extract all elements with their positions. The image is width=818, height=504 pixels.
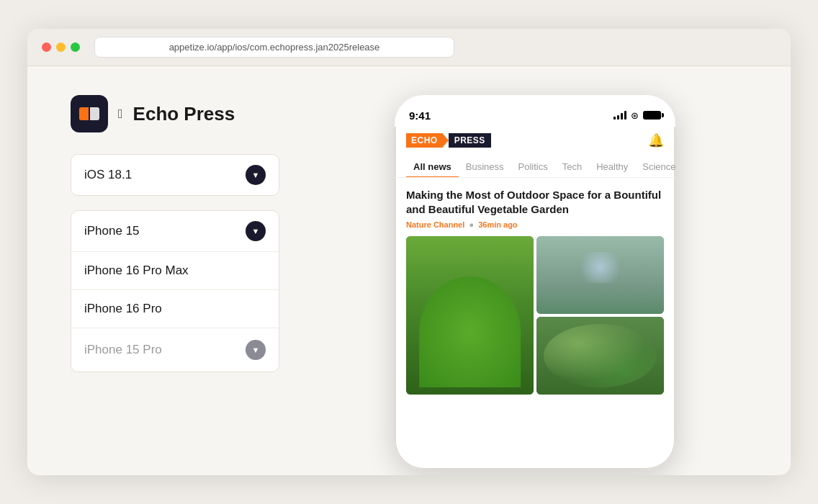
tab-healthy[interactable]: Healthy: [589, 157, 635, 177]
tab-science[interactable]: Science: [635, 157, 675, 177]
ios-selector[interactable]: iOS 18.1 ▼: [71, 154, 279, 196]
article-channel: Nature Channel: [406, 220, 464, 229]
phone-content: ECHO PRESS 🔔 All news Business Politics …: [395, 127, 675, 469]
app-icon-right-half: [90, 107, 99, 120]
app-name-label: Echo Press: [133, 103, 235, 125]
status-icons: ⊛: [614, 110, 661, 121]
dropdown-item-1[interactable]: iPhone 16 Pro: [71, 290, 279, 328]
article-image-main: [406, 236, 534, 395]
news-content: Making the Most of Outdoor Space for a B…: [395, 178, 675, 469]
logo-divider: [443, 134, 449, 147]
device-dropdown: iPhone 15 ▼ iPhone 16 Pro Max iPhone 16 …: [71, 210, 279, 372]
signal-bar-3: [621, 113, 623, 120]
app-icon-left-half: [79, 107, 89, 120]
device-chevron-icon: ▼: [246, 221, 266, 241]
tab-politics[interactable]: Politics: [511, 157, 555, 177]
traffic-lights: [42, 42, 80, 52]
status-time: 9:41: [409, 109, 431, 122]
garden-green-visual: [536, 317, 664, 395]
nav-tabs: All news Business Politics Tech Healthy …: [395, 154, 675, 178]
garden-watering-visual: [536, 236, 664, 314]
traffic-light-red[interactable]: [42, 42, 51, 52]
device-selected-label: iPhone 15: [84, 224, 140, 238]
tab-all-news[interactable]: All news: [406, 157, 459, 178]
device-selected-row[interactable]: iPhone 15 ▼: [71, 211, 279, 252]
logo-press: PRESS: [449, 133, 491, 148]
app-top-bar: ECHO PRESS 🔔: [395, 127, 675, 154]
browser-toolbar: appetize.io/app/ios/com.echopress.jan202…: [27, 29, 791, 66]
signal-bar-1: [614, 117, 616, 120]
tab-business[interactable]: Business: [459, 157, 511, 177]
garden-plants-visual: [419, 276, 521, 387]
signal-bars-icon: [614, 111, 626, 120]
ios-chevron-icon: ▼: [246, 165, 266, 185]
traffic-light-yellow[interactable]: [56, 42, 66, 52]
browser-content:  Echo Press iOS 18.1 ▼ iPhone 15 ▼ iPho…: [27, 66, 791, 475]
app-header:  Echo Press: [71, 95, 279, 132]
logo-echo: ECHO: [406, 133, 443, 148]
tab-tech[interactable]: Tech: [555, 157, 589, 177]
garden-main-visual: [406, 236, 534, 395]
article-image-bottom-right: [536, 317, 664, 395]
article-images: [406, 236, 664, 395]
article-time: 36min ago: [478, 220, 517, 229]
notification-bell-icon[interactable]: 🔔: [648, 132, 664, 148]
battery-icon: [643, 111, 661, 120]
article-image-top-right: [536, 236, 664, 314]
dropdown-item-0[interactable]: iPhone 16 Pro Max: [71, 252, 279, 290]
echo-press-logo: ECHO PRESS: [406, 133, 491, 148]
status-bar: 9:41 ⊛: [395, 95, 675, 127]
phone-frame: 9:41 ⊛: [395, 95, 675, 469]
article-title: Making the Most of Outdoor Space for a B…: [406, 188, 664, 216]
app-icon-inner: [79, 107, 99, 120]
app-icon: [71, 95, 108, 132]
article-meta: Nature Channel ● 36min ago: [406, 220, 664, 229]
ios-selector-label: iOS 18.1: [84, 168, 132, 182]
address-bar[interactable]: appetize.io/app/ios/com.echopress.jan202…: [94, 37, 454, 58]
traffic-light-green[interactable]: [71, 42, 80, 52]
iphone15pro-chevron-icon: ▼: [246, 340, 266, 360]
wifi-icon: ⊛: [631, 110, 639, 121]
apple-logo-icon: : [118, 107, 123, 122]
browser-window: appetize.io/app/ios/com.echopress.jan202…: [27, 29, 791, 475]
left-panel:  Echo Press iOS 18.1 ▼ iPhone 15 ▼ iPho…: [71, 95, 279, 446]
phone-mockup: 9:41 ⊛: [323, 95, 747, 446]
signal-bar-2: [617, 115, 619, 120]
signal-bar-4: [624, 111, 626, 120]
dropdown-item-2[interactable]: iPhone 15 Pro ▼: [71, 328, 279, 372]
